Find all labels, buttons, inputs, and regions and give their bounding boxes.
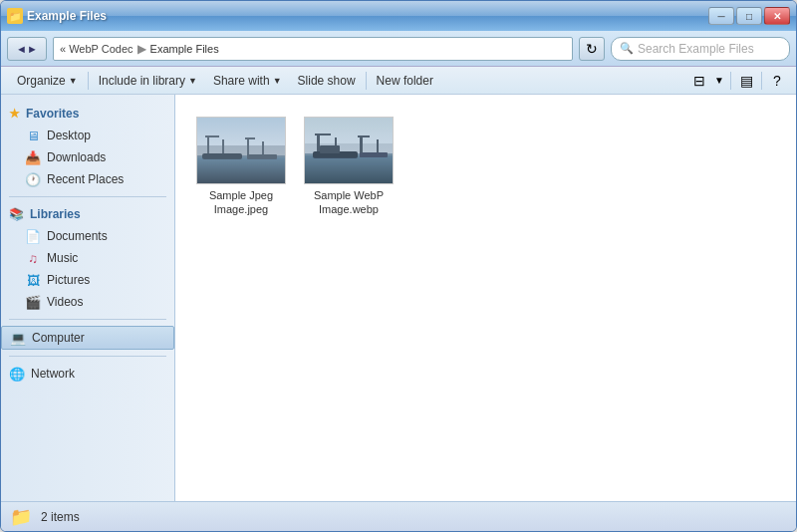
include-label: Include in library	[99, 74, 185, 88]
downloads-icon: 📥	[25, 149, 41, 165]
forward-icon: ►	[27, 43, 38, 55]
search-icon: 🔍	[620, 42, 634, 55]
sidebar-section-libraries: 📚 Libraries 📄 Documents ♫ Music 🖼 Pictur…	[1, 203, 174, 313]
preview-pane-button[interactable]: ▤	[735, 70, 757, 92]
nav-buttons: ◄ ►	[7, 37, 47, 61]
path-separator: ▶	[137, 42, 146, 56]
minimize-button[interactable]: ─	[708, 7, 734, 25]
thumbnail-svg-webp	[305, 118, 394, 184]
help-button[interactable]: ?	[766, 70, 788, 92]
sidebar-item-pictures[interactable]: 🖼 Pictures	[1, 269, 174, 291]
sidebar-item-videos[interactable]: 🎬 Videos	[1, 291, 174, 313]
new-folder-button[interactable]: New folder	[369, 70, 441, 92]
sidebar-item-network[interactable]: 🌐 Network	[1, 363, 174, 385]
path-part-2: Example Files	[150, 43, 219, 55]
svg-rect-9	[202, 153, 242, 159]
favorites-label: Favorites	[26, 107, 79, 121]
slide-show-button[interactable]: Slide show	[290, 70, 364, 92]
computer-icon: 💻	[10, 330, 26, 346]
svg-rect-21	[358, 135, 370, 137]
new-folder-label: New folder	[377, 74, 433, 88]
svg-rect-7	[245, 137, 255, 139]
search-placeholder: Search Example Files	[638, 42, 754, 56]
refresh-button[interactable]: ↻	[579, 37, 605, 61]
svg-rect-25	[360, 152, 388, 157]
documents-label: Documents	[47, 229, 108, 243]
organize-button[interactable]: Organize ▼	[9, 70, 86, 92]
address-path[interactable]: « WebP Codec ▶ Example Files	[53, 37, 573, 61]
back-icon: ◄	[16, 43, 27, 55]
network-label: Network	[31, 367, 75, 381]
toolbar-divider-3	[730, 72, 731, 90]
libraries-icon: 📚	[9, 207, 24, 221]
thumbnail-svg-jpeg	[197, 118, 286, 184]
file-area: Sample JpegImage.jpeg	[175, 95, 796, 501]
sidebar-header-favorites: ★ Favorites	[1, 103, 174, 125]
sidebar-section-network: 🌐 Network	[1, 363, 174, 385]
address-bar: ◄ ► « WebP Codec ▶ Example Files ↻ 🔍 Sea…	[1, 31, 796, 67]
close-button[interactable]: ✕	[764, 7, 790, 25]
sidebar-item-recent-places[interactable]: 🕐 Recent Places	[1, 168, 174, 190]
include-chevron-icon: ▼	[188, 76, 197, 86]
svg-rect-18	[315, 133, 331, 135]
share-label: Share with	[213, 74, 270, 88]
window-controls: ─ □ ✕	[708, 7, 790, 25]
toolbar-divider-4	[761, 72, 762, 90]
sidebar-divider-3	[9, 356, 166, 357]
status-item-count: 2 items	[41, 510, 80, 524]
refresh-icon: ↻	[586, 41, 598, 57]
explorer-window: 📁 Example Files ─ □ ✕ ◄ ► « WebP Codec ▶…	[0, 0, 797, 532]
pictures-icon: 🖼	[25, 272, 41, 288]
file-name-jpeg: Sample JpegImage.jpeg	[209, 188, 273, 217]
downloads-label: Downloads	[47, 150, 106, 164]
pictures-label: Pictures	[47, 273, 90, 287]
status-bar: 📁 2 items	[1, 501, 796, 531]
window-icon: 📁	[7, 8, 23, 24]
svg-rect-10	[247, 154, 277, 159]
organize-label: Organize	[17, 74, 66, 88]
file-item-webp[interactable]: Sample WebPImage.webp	[299, 111, 398, 223]
sidebar-item-desktop[interactable]: 🖥 Desktop	[1, 125, 174, 146]
include-in-library-button[interactable]: Include in library ▼	[91, 70, 205, 92]
file-thumbnail-jpeg	[196, 117, 286, 184]
toolbar-divider-2	[366, 72, 367, 90]
toolbar-divider-1	[88, 72, 89, 90]
toolbar: Organize ▼ Include in library ▼ Share wi…	[1, 67, 796, 95]
sidebar-item-music[interactable]: ♫ Music	[1, 247, 174, 269]
change-view-button[interactable]: ⊟	[688, 70, 710, 92]
star-icon: ★	[9, 107, 20, 121]
sidebar-item-downloads[interactable]: 📥 Downloads	[1, 146, 174, 168]
toolbar-right: ⊟ ▼ ▤ ?	[688, 70, 788, 92]
music-icon: ♫	[25, 250, 41, 266]
sidebar-item-documents[interactable]: 📄 Documents	[1, 225, 174, 247]
sidebar-section-computer: 💻 Computer	[1, 326, 174, 350]
back-forward-button[interactable]: ◄ ►	[7, 37, 47, 61]
organize-chevron-icon: ▼	[69, 76, 78, 86]
sidebar-divider-2	[9, 319, 166, 320]
videos-label: Videos	[47, 295, 83, 309]
view-chevron-button[interactable]: ▼	[712, 70, 726, 92]
sidebar-item-computer[interactable]: 💻 Computer	[1, 326, 174, 350]
maximize-button[interactable]: □	[736, 7, 762, 25]
share-chevron-icon: ▼	[273, 76, 282, 86]
file-item-jpeg[interactable]: Sample JpegImage.jpeg	[191, 111, 291, 223]
slide-show-label: Slide show	[298, 74, 356, 88]
title-bar: 📁 Example Files ─ □ ✕	[1, 1, 796, 31]
sidebar-header-libraries: 📚 Libraries	[1, 203, 174, 225]
desktop-label: Desktop	[47, 129, 91, 142]
sidebar-divider-1	[9, 196, 166, 197]
main-content: ★ Favorites 🖥 Desktop 📥 Downloads 🕐 Rece…	[1, 95, 796, 501]
recent-places-label: Recent Places	[47, 172, 124, 186]
file-thumbnail-webp	[304, 117, 394, 184]
file-name-webp: Sample WebPImage.webp	[314, 188, 384, 217]
network-icon: 🌐	[9, 366, 25, 382]
path-part-1: « WebP Codec	[60, 43, 133, 55]
search-box[interactable]: 🔍 Search Example Files	[611, 37, 790, 61]
svg-rect-24	[320, 145, 340, 153]
libraries-label: Libraries	[30, 207, 81, 221]
share-with-button[interactable]: Share with ▼	[205, 70, 290, 92]
videos-icon: 🎬	[25, 294, 41, 310]
sidebar-section-favorites: ★ Favorites 🖥 Desktop 📥 Downloads 🕐 Rece…	[1, 103, 174, 190]
desktop-icon: 🖥	[25, 128, 41, 143]
sidebar: ★ Favorites 🖥 Desktop 📥 Downloads 🕐 Rece…	[1, 95, 175, 501]
